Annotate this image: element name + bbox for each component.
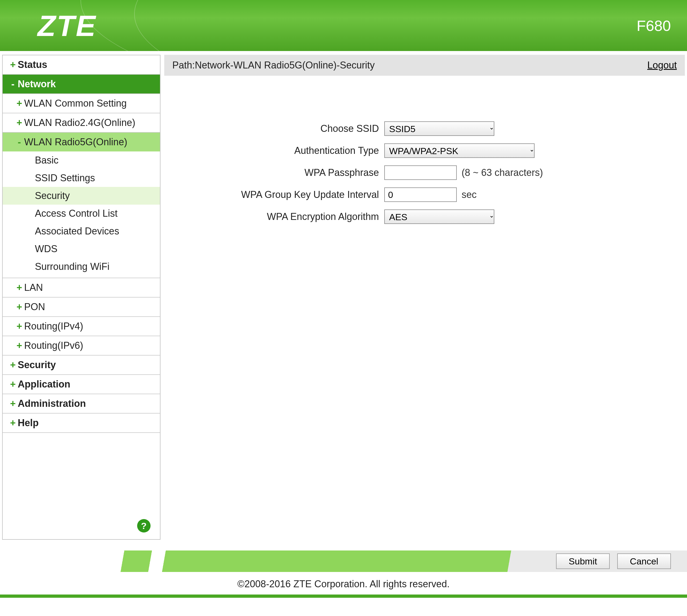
sidebar-item-network[interactable]: -Network [3, 75, 160, 94]
interval-input[interactable] [384, 188, 457, 202]
expand-icon: + [10, 417, 16, 428]
expand-icon: + [10, 398, 16, 409]
sidebar-item-associated-devices[interactable]: Associated Devices [3, 222, 160, 240]
copyright: ©2008-2016 ZTE Corporation. All rights r… [0, 572, 687, 595]
sidebar-item-administration[interactable]: +Administration [3, 394, 160, 414]
model-label: F680 [637, 17, 671, 35]
header: ZTE F680 [0, 0, 687, 51]
sidebar-item-status[interactable]: +Status [3, 55, 160, 75]
expand-icon: + [10, 359, 16, 371]
encryption-label: WPA Encryption Algorithm [180, 211, 384, 222]
interval-unit: sec [462, 189, 477, 200]
sidebar-item-pon[interactable]: +PON [3, 298, 160, 317]
sidebar-item-ssid-settings[interactable]: SSID Settings [3, 169, 160, 187]
sidebar-item-surrounding-wifi[interactable]: Surrounding WiFi [3, 258, 160, 276]
security-form: Choose SSID SSID5 Authentication Type WP… [164, 76, 685, 242]
sidebar-item-acl[interactable]: Access Control List [3, 205, 160, 222]
sidebar-item-wlan-5g[interactable]: -WLAN Radio5G(Online) [3, 133, 160, 151]
interval-label: WPA Group Key Update Interval [180, 189, 384, 200]
cancel-button[interactable]: Cancel [617, 553, 671, 569]
expand-icon: + [16, 117, 23, 128]
expand-icon: + [16, 340, 23, 351]
passphrase-input[interactable] [384, 166, 457, 180]
expand-icon: + [16, 282, 23, 293]
collapse-icon: - [10, 79, 16, 90]
wlan5g-submenu: Basic SSID Settings Security Access Cont… [3, 151, 160, 278]
ssid-select[interactable]: SSID5 [384, 122, 494, 136]
sidebar: +Status -Network +WLAN Common Setting +W… [2, 55, 160, 540]
expand-icon: + [16, 321, 23, 332]
expand-icon: + [10, 379, 16, 390]
sidebar-item-help[interactable]: +Help [3, 414, 160, 433]
submit-button[interactable]: Submit [556, 553, 610, 569]
sidebar-item-routing-ipv6[interactable]: +Routing(IPv6) [3, 336, 160, 355]
expand-icon: + [16, 98, 23, 109]
main-content: Path:Network-WLAN Radio5G(Online)-Securi… [164, 55, 685, 540]
path-bar: Path:Network-WLAN Radio5G(Online)-Securi… [164, 55, 685, 76]
sidebar-item-wds[interactable]: WDS [3, 240, 160, 258]
sidebar-item-security-top[interactable]: +Security [3, 355, 160, 375]
sidebar-item-basic[interactable]: Basic [3, 151, 160, 169]
sidebar-item-application[interactable]: +Application [3, 375, 160, 394]
bottom-strip [0, 595, 687, 598]
sidebar-item-wlan-common[interactable]: +WLAN Common Setting [3, 94, 160, 113]
sidebar-item-wlan-24g[interactable]: +WLAN Radio2.4G(Online) [3, 113, 160, 133]
sidebar-item-routing-ipv4[interactable]: +Routing(IPv4) [3, 317, 160, 336]
breadcrumb: Path:Network-WLAN Radio5G(Online)-Securi… [172, 60, 375, 71]
auth-label: Authentication Type [180, 145, 384, 156]
brand-logo: ZTE [38, 8, 97, 43]
encryption-select[interactable]: AES [384, 210, 494, 224]
footer-actions: Submit Cancel [0, 550, 687, 572]
passphrase-hint: (8 ~ 63 characters) [462, 167, 543, 178]
ssid-label: Choose SSID [180, 123, 384, 134]
auth-type-select[interactable]: WPA/WPA2-PSK [384, 144, 534, 158]
help-icon[interactable]: ? [137, 519, 151, 532]
sidebar-item-lan[interactable]: +LAN [3, 278, 160, 298]
expand-icon: + [10, 59, 16, 70]
passphrase-label: WPA Passphrase [180, 167, 384, 178]
sidebar-item-security[interactable]: Security [3, 187, 160, 205]
collapse-icon: - [16, 136, 23, 148]
logout-link[interactable]: Logout [647, 60, 677, 71]
expand-icon: + [16, 301, 23, 312]
